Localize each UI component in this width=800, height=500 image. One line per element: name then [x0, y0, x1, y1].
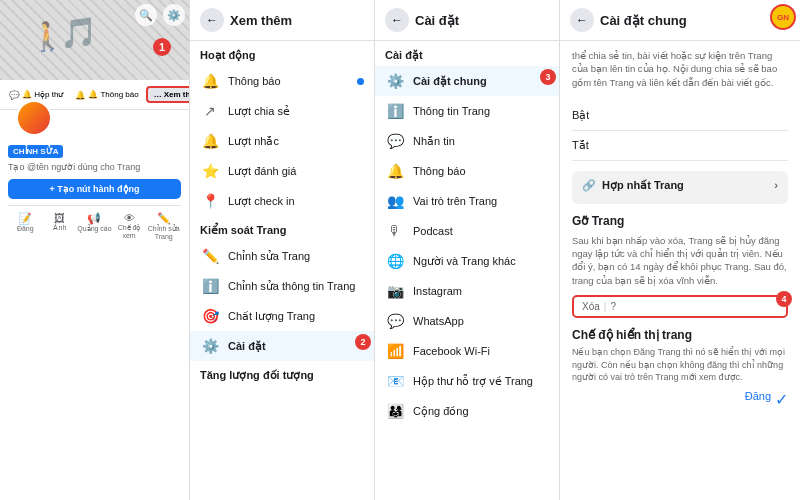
luot-nhac-text: Lượt nhắc	[228, 135, 364, 148]
location-icon: 📍	[200, 193, 220, 209]
display-section: Chế độ hiển thị trang Nếu bạn chọn Đăng …	[572, 328, 788, 409]
post-icon: 📝	[8, 212, 43, 225]
menu-nhan-tin[interactable]: 💬 Nhắn tin	[375, 126, 559, 156]
post-tab[interactable]: 📝 Đăng	[8, 210, 43, 242]
menu-chat-luong[interactable]: 🎯 Chất lượng Trang	[190, 301, 374, 331]
panel4-header: ← Cài đặt chung	[560, 0, 800, 41]
delete-description: Sau khi bạn nhấp vào xóa, Trang sẽ bị hủ…	[572, 234, 788, 287]
delete-section: Gỡ Trang Sau khi bạn nhấp vào xóa, Trang…	[572, 214, 788, 318]
notifications-tab[interactable]: 🔔 🔔 Thông báo	[70, 87, 143, 103]
gn-logo: GN	[770, 4, 796, 30]
menu-thong-bao-settings[interactable]: 🔔 Thông báo	[375, 156, 559, 186]
option-bat[interactable]: Bật	[572, 101, 788, 131]
panel4-title: Cài đặt chung	[600, 13, 687, 28]
photo-label: Ảnh	[53, 224, 66, 231]
edit-label: Chỉnh sửa Trang	[148, 225, 180, 240]
menu-podcast[interactable]: 🎙 Podcast	[375, 216, 559, 246]
menu-vai-tro[interactable]: 👥 Vai trò trên Trang	[375, 186, 559, 216]
instagram-text: Instagram	[413, 285, 549, 297]
view-label: Chế độ xem	[118, 224, 141, 239]
option-tat[interactable]: Tắt	[572, 131, 788, 161]
panel2-scroll[interactable]: Hoạt động 🔔 Thông báo ↗ Lượt chia sẻ 🔔 L…	[190, 41, 374, 496]
check-icon: ✓	[775, 390, 788, 409]
chat-luong-text: Chất lượng Trang	[228, 310, 364, 323]
back-button-3[interactable]: ←	[385, 8, 409, 32]
notification-dot	[357, 78, 364, 85]
hop-thu-text: Hộp thư hỗ trợ về Trang	[413, 375, 549, 388]
menu-luot-chia-se[interactable]: ↗ Lượt chia sẻ	[190, 96, 374, 126]
num-label-1: 1	[153, 38, 171, 56]
chinh-sua-thong-tin-text: Chỉnh sửa thông tin Trang	[228, 280, 364, 293]
menu-chinh-sua-thong-tin[interactable]: ℹ️ Chỉnh sửa thông tin Trang	[190, 271, 374, 301]
delete-input-placeholder: |	[604, 301, 607, 312]
whatsapp-text: WhatsApp	[413, 315, 549, 327]
back-button-4[interactable]: ←	[570, 8, 594, 32]
ads-icon: 📢	[77, 212, 112, 225]
quality-icon: 🎯	[200, 308, 220, 324]
menu-cai-dat-chung[interactable]: ⚙️ Cài đặt chung 3	[375, 66, 559, 96]
podcast-icon: 🎙	[385, 223, 405, 239]
edit-icon: ✏️	[146, 212, 181, 225]
nhan-tin-text: Nhắn tin	[413, 135, 549, 148]
edit-page-tab[interactable]: ✏️ Chỉnh sửa Trang	[146, 210, 181, 242]
menu-chinh-sua-trang[interactable]: ✏️ Chỉnh sửa Trang	[190, 241, 374, 271]
menu-nguoi-trang-khac[interactable]: 🌐 Người và Trang khác	[375, 246, 559, 276]
menu-luot-danh-gia[interactable]: ⭐ Lượt đánh giá	[190, 156, 374, 186]
delete-title: Gỡ Trang	[572, 214, 788, 228]
gear-icon-2: ⚙️	[200, 338, 220, 354]
menu-hop-thu[interactable]: 📧 Hộp thư hỗ trợ về Trang	[375, 366, 559, 396]
delete-input-row[interactable]: Xóa | ? 4	[572, 295, 788, 318]
back-button-2[interactable]: ←	[200, 8, 224, 32]
menu-luot-nhac[interactable]: 🔔 Lượt nhắc	[190, 126, 374, 156]
menu-thong-bao[interactable]: 🔔 Thông báo	[190, 66, 374, 96]
panel3-title: Cài đặt	[415, 13, 459, 28]
whatsapp-icon: 💬	[385, 313, 405, 329]
question-mark: ?	[610, 301, 616, 312]
luot-danh-gia-text: Lượt đánh giá	[228, 165, 364, 178]
inbox-icon: 💬	[9, 90, 20, 100]
arrow-right-icon: ›	[774, 179, 778, 191]
thong-bao-text: Thông báo	[228, 75, 349, 87]
share-icon: ↗	[200, 103, 220, 119]
panel3-scroll[interactable]: Cài đặt ⚙️ Cài đặt chung 3 ℹ️ Thông tin …	[375, 41, 559, 496]
ads-tab[interactable]: 📢 Quảng cáo	[77, 210, 112, 242]
panel4-content: thể chia sẻ tin, bài viết hoặc sự kiện t…	[560, 41, 800, 496]
hop-nhat-section[interactable]: 🔗 Hợp nhất Trang ›	[572, 171, 788, 204]
delete-input-label: Xóa	[582, 301, 600, 312]
merge-icon: 🔗	[582, 179, 596, 192]
edit-badge: CHỈNH SỬA	[8, 145, 63, 158]
tat-label: Tắt	[572, 139, 589, 152]
people-icon: 🌐	[385, 253, 405, 269]
photo-tab[interactable]: 🖼 Ảnh	[43, 210, 78, 242]
luot-check-in-text: Lượt check in	[228, 195, 364, 208]
menu-instagram[interactable]: 📷 Instagram	[375, 276, 559, 306]
star-icon: ⭐	[200, 163, 220, 179]
menu-luot-check-in[interactable]: 📍 Lượt check in	[190, 186, 374, 216]
ads-label: Quảng cáo	[77, 225, 111, 232]
more-tab[interactable]: … Xem thêm	[146, 86, 189, 103]
display-description: Nếu bạn chọn Đăng Trang thì nó sẽ hiển t…	[572, 346, 788, 384]
menu-whatsapp[interactable]: 💬 WhatsApp	[375, 306, 559, 336]
add-action-button[interactable]: + Tạo nút hành động	[8, 179, 181, 199]
panel-xem-them: ← Xem thêm Hoạt động 🔔 Thông báo ↗ Lượt …	[190, 0, 375, 500]
panel-cai-dat-chung: ← Cài đặt chung GN thể chia sẻ tin, bài …	[560, 0, 800, 500]
post-label: Đăng	[17, 225, 34, 232]
menu-thong-tin-trang[interactable]: ℹ️ Thông tin Trang	[375, 96, 559, 126]
num-label-3: 3	[540, 69, 556, 85]
bottom-check-row: Đăng ✓	[572, 390, 788, 409]
thong-bao-settings-text: Thông báo	[413, 165, 549, 177]
menu-cong-dong[interactable]: 👨‍👩‍👧 Cộng đồng	[375, 396, 559, 426]
display-title: Chế độ hiển thị trang	[572, 328, 788, 342]
hop-nhat-title: 🔗 Hợp nhất Trang ›	[582, 179, 778, 192]
view-tab[interactable]: 👁 Chế độ xem	[112, 210, 147, 242]
panel2-title: Xem thêm	[230, 13, 292, 28]
menu-cai-dat[interactable]: ⚙️ Cài đặt 2	[190, 331, 374, 361]
num-label-2: 2	[355, 334, 371, 350]
settings-button[interactable]: ⚙️	[163, 4, 185, 26]
instagram-icon: 📷	[385, 283, 405, 299]
roles-icon: 👥	[385, 193, 405, 209]
search-button[interactable]: 🔍	[135, 4, 157, 26]
bell-icon-2: 🔔	[200, 73, 220, 89]
menu-facebook-wifi[interactable]: 📶 Facebook Wi-Fi	[375, 336, 559, 366]
reminder-icon: 🔔	[200, 133, 220, 149]
